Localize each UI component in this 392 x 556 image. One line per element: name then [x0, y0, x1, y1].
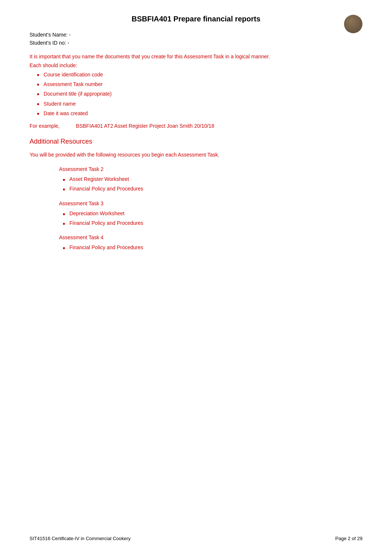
- task-3-list: ■ Depreciation Worksheet ■ Financial Pol…: [63, 209, 362, 227]
- task-block-3: Assessment Task 3 ■ Depreciation Workshe…: [59, 200, 362, 227]
- bullet-icon: ■: [63, 245, 65, 251]
- task-list-item: ■ Financial Policy and Procedures: [63, 243, 362, 251]
- example-line: For example, BSBFIA401 AT2 Asset Registe…: [30, 123, 362, 129]
- list-item-text: Student name: [44, 100, 76, 108]
- task-2-title: Assessment Task 2: [59, 166, 362, 172]
- avatar: [344, 15, 362, 33]
- task-list-item: ■ Asset Register Worksheet: [63, 175, 362, 183]
- list-item: ■ Document title (if appropriate): [37, 90, 362, 98]
- bullet-icon: ■: [37, 111, 39, 117]
- task-list-item-text: Financial Policy and Procedures: [69, 185, 143, 193]
- student-id: Student's ID no: -: [30, 39, 362, 47]
- list-item: ■ Course identification code: [37, 71, 362, 79]
- task-4-list: ■ Financial Policy and Procedures: [63, 243, 362, 251]
- bullet-icon: ■: [37, 82, 39, 87]
- page-title: BSBFIA401 Prepare financial reports: [131, 15, 260, 23]
- list-item: ■ Assessment Task number: [37, 80, 362, 88]
- task-list-item: ■ Depreciation Worksheet: [63, 209, 362, 217]
- task-list-item-text: Asset Register Worksheet: [69, 175, 129, 183]
- additional-resources-intro: You will be provided with the following …: [30, 151, 362, 159]
- bullet-icon: ■: [63, 186, 65, 192]
- task-4-title: Assessment Task 4: [59, 234, 362, 240]
- bullet-icon: ■: [37, 101, 39, 107]
- task-block-2: Assessment Task 2 ■ Asset Register Works…: [59, 166, 362, 193]
- page-header: BSBFIA401 Prepare financial reports: [30, 15, 362, 23]
- list-item: ■ Date it was created: [37, 109, 362, 117]
- list-item-text: Assessment Task number: [44, 80, 103, 88]
- list-item-text: Course identification code: [44, 71, 103, 79]
- bullet-icon: ■: [63, 211, 65, 217]
- task-block-4: Assessment Task 4 ■ Financial Policy and…: [59, 234, 362, 251]
- additional-resources-heading: Additional Resources: [30, 138, 362, 145]
- task-3-title: Assessment Task 3: [59, 200, 362, 206]
- task-list-item-text: Depreciation Worksheet: [69, 209, 124, 217]
- task-list-item: ■ Financial Policy and Procedures: [63, 185, 362, 193]
- intro-line1: It is important that you name the docume…: [30, 52, 362, 61]
- list-item: ■ Student name: [37, 100, 362, 108]
- intro-line2: Each should include:: [30, 61, 362, 69]
- example-value: BSBFIA401 AT2 Asset Register Project Joa…: [76, 123, 214, 129]
- page-footer: SIT41516 Certificate-IV in Commercial Co…: [30, 536, 362, 541]
- task-2-list: ■ Asset Register Worksheet ■ Financial P…: [63, 175, 362, 193]
- bullet-icon: ■: [63, 221, 65, 227]
- intro-list: ■ Course identification code ■ Assessmen…: [37, 71, 362, 118]
- additional-resources-section: Additional Resources You will be provide…: [30, 138, 362, 252]
- bullet-icon: ■: [37, 72, 39, 78]
- bullet-icon: ■: [37, 91, 39, 97]
- list-item-text: Document title (if appropriate): [44, 90, 111, 98]
- student-name: Student's Name: -: [30, 31, 362, 39]
- page: BSBFIA401 Prepare financial reports Stud…: [0, 0, 392, 556]
- example-label: For example,: [30, 123, 60, 129]
- bullet-icon: ■: [63, 177, 65, 183]
- list-item-text: Date it was created: [44, 109, 88, 117]
- footer-course: SIT41516 Certificate-IV in Commercial Co…: [30, 536, 131, 541]
- footer-page: Page 2 of 29: [335, 536, 362, 541]
- student-info: Student's Name: - Student's ID no: -: [30, 31, 362, 47]
- task-list-item-text: Financial Policy and Procedures: [69, 219, 143, 227]
- task-list-item-text: Financial Policy and Procedures: [69, 243, 143, 251]
- task-list-item: ■ Financial Policy and Procedures: [63, 219, 362, 227]
